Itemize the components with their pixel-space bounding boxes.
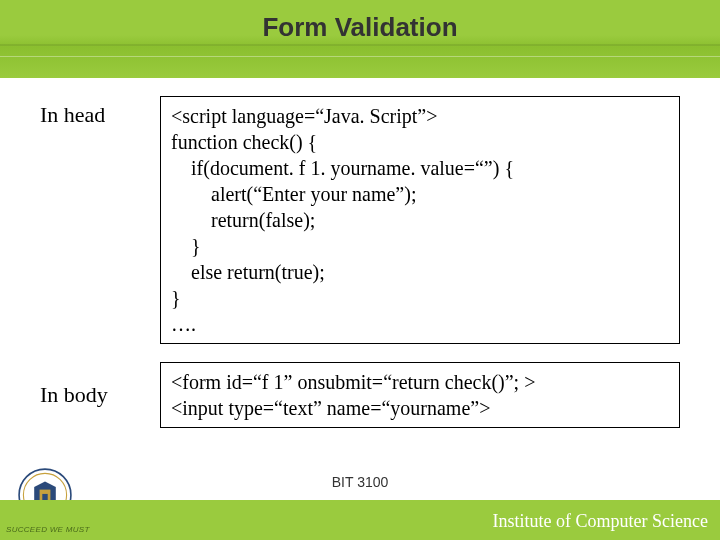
label-in-head: In head [40,96,160,128]
motto-text: SUCCEED WE MUST [6,525,90,534]
label-in-body: In body [40,382,160,408]
footer-band: SUCCEED WE MUST Institute of Computer Sc… [0,500,720,540]
course-code: BIT 3100 [0,474,720,490]
row-body: In body <form id=“f 1” onsubmit=“return … [40,362,680,428]
slide-title: Form Validation [0,12,720,43]
code-body: <form id=“f 1” onsubmit=“return check()”… [160,362,680,428]
code-head: <script language=“Java. Script”> functio… [160,96,680,344]
content-area: In head <script language=“Java. Script”>… [40,96,680,446]
row-head: In head <script language=“Java. Script”>… [40,96,680,344]
institute-name: Institute of Computer Science [493,511,708,532]
